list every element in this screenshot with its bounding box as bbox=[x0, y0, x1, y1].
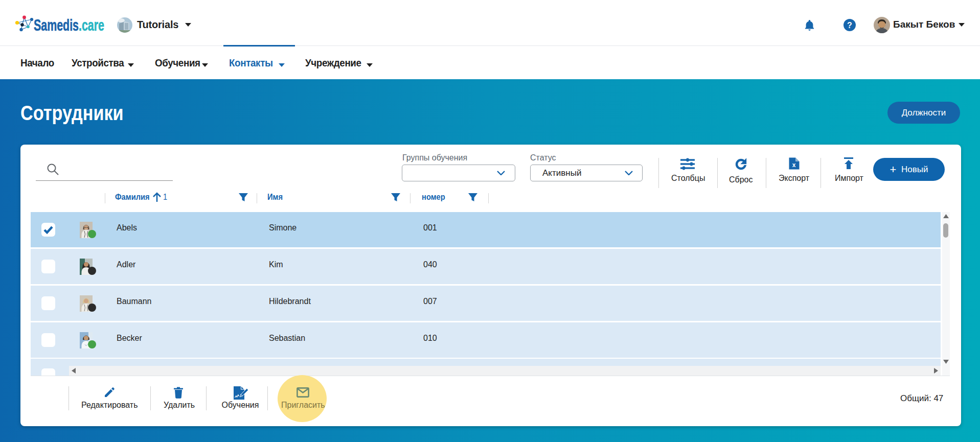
svg-text:x: x bbox=[792, 161, 795, 169]
svg-text:?: ? bbox=[847, 21, 852, 30]
